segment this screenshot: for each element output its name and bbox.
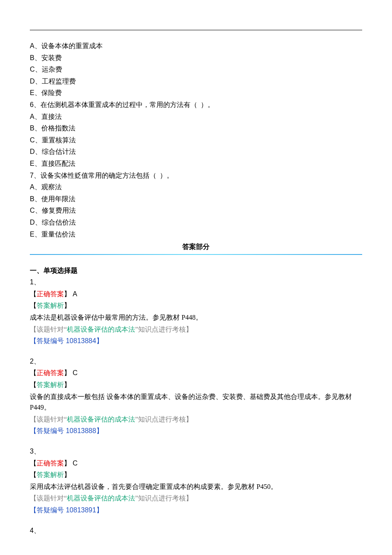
question-text: 设备实体性贬值常用的确定方法包括（ ）。: [40, 172, 173, 179]
correct-answer-label: 正确答案: [37, 290, 64, 298]
option-row: E、保险费: [30, 87, 362, 98]
faq-label: 答疑编号: [37, 427, 64, 434]
question-7-stem: 7、设备实体性贬值常用的确定方法包括（ ）。: [30, 170, 362, 181]
topic-prefix: 该题针对“: [37, 416, 67, 423]
bracket: 【: [30, 326, 37, 333]
topic-suffix: ”知识点进行考核: [135, 494, 186, 502]
answer-block-3: 3、 【正确答案】 C 【答案解析】 采用成本法评估机器设备，首先要合理确定重置…: [30, 446, 362, 516]
bracket: 】: [186, 494, 193, 502]
correct-answer-value: C: [71, 369, 78, 376]
option-letter: A: [30, 42, 35, 49]
question-5-options: A、设备本体的重置成本 B、安装费 C、运杂费 D、工程监理费 E、保险费: [30, 40, 362, 98]
option-text: 直接匹配法: [41, 160, 75, 167]
question-6-stem: 6、在估测机器本体重置成本的过程中，常用的方法有（ ）。: [30, 99, 362, 110]
correct-answer-line: 【正确答案】 A: [30, 289, 362, 300]
faq-line[interactable]: 【答疑编号 10813891】: [30, 505, 362, 516]
bracket: 【: [30, 369, 37, 376]
option-row: A、直接法: [30, 111, 362, 122]
topic-prefix: 该题针对“: [37, 326, 67, 333]
bracket: 】: [64, 381, 71, 388]
option-letter: E: [30, 160, 35, 167]
answer-number: 2、: [30, 356, 362, 367]
option-letter: A: [30, 183, 35, 191]
option-row: C、重置核算法: [30, 135, 362, 146]
option-letter: D: [30, 78, 35, 85]
correct-answer-label: 正确答案: [37, 369, 64, 376]
analysis-text: 成本法是机器设备评估中最常用的方法。参见教材 P448。: [30, 312, 362, 323]
option-row: B、使用年限法: [30, 194, 362, 205]
question-7-options: A、观察法 B、使用年限法 C、修复费用法 D、综合估价法 E、重量估价法: [30, 182, 362, 240]
option-letter: E: [30, 89, 35, 96]
faq-label: 答疑编号: [37, 506, 64, 514]
option-letter: D: [30, 219, 35, 226]
option-letter: B: [30, 54, 35, 61]
topic-name: 机器设备评估的成本法: [67, 326, 135, 333]
answer-number: 1、: [30, 277, 362, 288]
bracket: 【: [30, 494, 37, 502]
bracket: 】: [64, 460, 71, 467]
option-row: B、安装费: [30, 52, 362, 64]
topic-line: 【该题针对“机器设备评估的成本法”知识点进行考核】: [30, 324, 362, 335]
option-text: 重置核算法: [42, 136, 76, 144]
answer-section-header: 答案部分: [30, 241, 362, 252]
bracket: 【: [30, 337, 37, 344]
bracket: 】: [64, 471, 71, 478]
faq-line[interactable]: 【答疑编号 10813888】: [30, 425, 362, 436]
bracket: 【: [30, 302, 37, 309]
divider: [30, 254, 362, 255]
bracket: 】: [96, 427, 103, 434]
option-row: A、设备本体的重置成本: [30, 40, 362, 52]
faq-number: 10813888: [64, 427, 96, 434]
option-text: 修复费用法: [42, 207, 76, 214]
option-letter: B: [30, 195, 35, 202]
bracket: 】: [64, 302, 71, 309]
option-letter: E: [30, 231, 35, 238]
answer-block-1: 1、 【正确答案】 A 【答案解析】 成本法是机器设备评估中最常用的方法。参见教…: [30, 277, 362, 347]
question-text: 在估测机器本体重置成本的过程中，常用的方法有（ ）。: [40, 101, 214, 108]
analysis-text: 设备的直接成本一般包括 设备本体的重置成本、设备的运杂费、安装费、基础费及其他合…: [30, 391, 362, 413]
page: A、设备本体的重置成本 B、安装费 C、运杂费 D、工程监理费 E、保险费 6、…: [30, 0, 362, 555]
answer-number-4: 4、: [30, 525, 362, 536]
topic-name: 机器设备评估的成本法: [67, 494, 135, 502]
option-text: 直接法: [41, 113, 62, 120]
topic-line: 【该题针对“机器设备评估的成本法”知识点进行考核】: [30, 493, 362, 504]
bracket: 【: [30, 290, 37, 298]
analysis-label-line: 【答案解析】: [30, 469, 362, 480]
topic-suffix: ”知识点进行考核: [135, 416, 186, 423]
option-letter: B: [30, 124, 35, 132]
faq-line[interactable]: 【答疑编号 10813884】: [30, 335, 362, 347]
faq-number: 10813884: [64, 337, 96, 344]
faq-label: 答疑编号: [37, 337, 64, 344]
option-row: E、直接匹配法: [30, 158, 362, 169]
bracket: 【: [30, 416, 37, 423]
correct-answer-label: 正确答案: [37, 460, 64, 467]
option-text: 综合估计法: [42, 148, 76, 155]
correct-answer-line: 【正确答案】 C: [30, 458, 362, 469]
option-letter: C: [30, 207, 35, 214]
bracket: 【: [30, 381, 37, 388]
bracket: 】: [186, 416, 193, 423]
bracket: 【: [30, 471, 37, 478]
option-text: 使用年限法: [41, 195, 75, 202]
topic-name: 机器设备评估的成本法: [67, 416, 135, 423]
bracket: 【: [30, 427, 37, 434]
topic-suffix: ”知识点进行考核: [135, 326, 186, 333]
answer-block-2: 2、 【正确答案】 C 【答案解析】 设备的直接成本一般包括 设备本体的重置成本…: [30, 356, 362, 436]
option-row: C、运杂费: [30, 64, 362, 75]
analysis-text: 采用成本法评估机器设备，首先要合理确定重置成本的构成要素。参见教材 P450。: [30, 481, 362, 492]
option-text: 重量估价法: [41, 231, 75, 238]
analysis-label: 答案解析: [37, 302, 64, 309]
bracket: 】: [64, 369, 71, 376]
bracket: 【: [30, 506, 37, 514]
option-row: E、重量估价法: [30, 229, 362, 240]
option-text: 运杂费: [42, 66, 62, 73]
option-text: 设备本体的重置成本: [41, 42, 103, 49]
correct-answer-line: 【正确答案】 C: [30, 367, 362, 379]
option-text: 综合估价法: [42, 219, 76, 226]
top-rule: [30, 30, 362, 30]
bracket: 】: [96, 337, 103, 344]
topic-line: 【该题针对“机器设备评估的成本法”知识点进行考核】: [30, 414, 362, 425]
correct-answer-value: A: [71, 290, 77, 298]
option-row: D、综合估计法: [30, 146, 362, 157]
analysis-label-line: 【答案解析】: [30, 300, 362, 311]
